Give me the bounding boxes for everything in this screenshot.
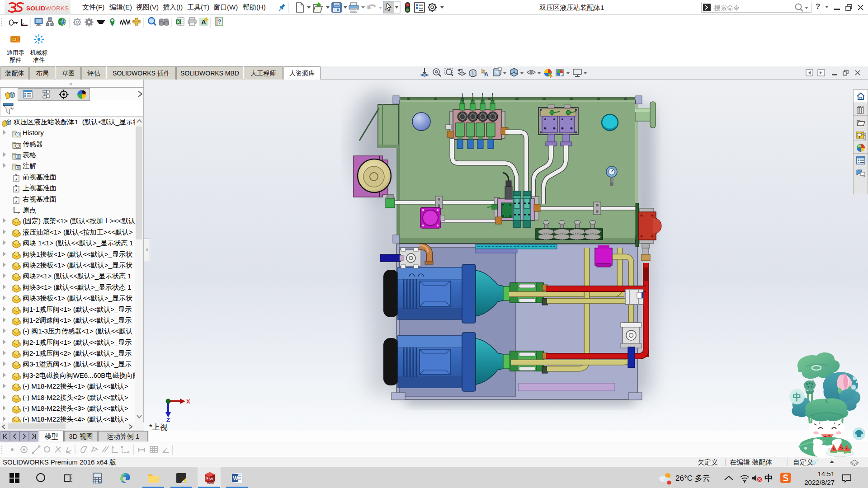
svg-text:中: 中: [793, 392, 802, 402]
svg-text:2016: 2016: [208, 481, 214, 484]
svg-text:S: S: [206, 476, 208, 480]
svg-text:A: A: [17, 165, 19, 170]
svg-text:?: ?: [218, 19, 221, 25]
svg-text:W: W: [233, 475, 239, 482]
svg-text:X: X: [186, 398, 190, 405]
svg-text:A: A: [484, 71, 489, 78]
svg-text:W: W: [209, 477, 213, 481]
